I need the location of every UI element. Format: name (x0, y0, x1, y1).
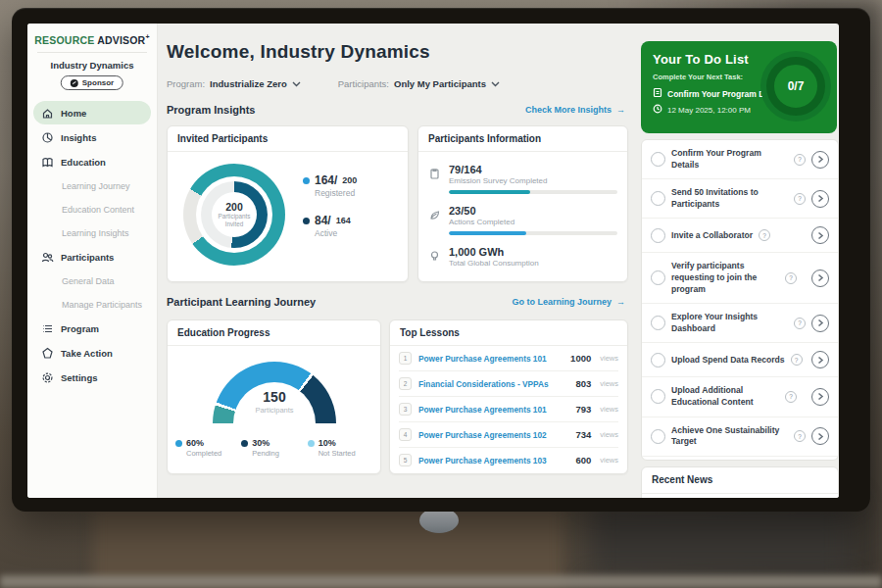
lesson-link[interactable]: Power Purchase Agreements 101 (418, 405, 568, 415)
chevron-right-button[interactable] (811, 270, 829, 287)
card-title: Invited Participants (168, 126, 408, 152)
page-title: Welcome, Industry Dynamics (167, 41, 430, 63)
lesson-views: 600 (575, 455, 591, 466)
participants-information-card: Participants Information 79/164 Emission… (417, 125, 628, 282)
task-checkbox[interactable] (651, 152, 665, 167)
stat-emission-survey: 79/164 Emission Survey Completed (428, 164, 617, 194)
stat-value: 79/164 (449, 164, 617, 175)
link-label: Check More Insights (525, 105, 612, 115)
sidebar-item-label: General Data (62, 276, 115, 286)
task-row: Send 50 Invitations to Participants ? (642, 179, 838, 219)
task-checkbox[interactable] (651, 270, 665, 285)
stat-actions: 23/50 Actions Completed (428, 205, 617, 235)
list-icon (41, 322, 54, 335)
sidebar-item-settings[interactable]: Settings (33, 366, 151, 389)
help-icon[interactable]: ? (791, 354, 803, 366)
lesson-link[interactable]: Power Purchase Agreements 102 (418, 430, 568, 440)
leaf-icon (428, 208, 441, 220)
task-row: Achieve One Sustainability Target ? (642, 417, 838, 457)
todo-tasks-card: Confirm Your Program Details ? Send 50 I… (641, 139, 839, 461)
participants-select[interactable]: Participants: Only My Participants (338, 78, 500, 89)
views-word: views (600, 354, 618, 363)
app-logo[interactable]: RESOURCE ADVISOR+ (27, 33, 157, 46)
program-insights-header: Program Insights Check More Insights → (167, 104, 625, 116)
help-icon[interactable]: ? (759, 229, 770, 241)
task-checkbox[interactable] (651, 429, 665, 444)
clock-icon (653, 104, 662, 116)
task-checkbox[interactable] (651, 389, 665, 404)
dashboard-screen: RESOURCE ADVISOR+ Industry Dynamics Spon… (27, 24, 839, 498)
sidebar-item-education-content[interactable]: Education Content (33, 198, 151, 220)
task-checkbox[interactable] (651, 353, 665, 368)
background-shape (588, 502, 853, 580)
legend-label: Pending (252, 449, 306, 458)
sidebar-item-insights[interactable]: Insights (33, 125, 151, 149)
task-checkbox[interactable] (651, 191, 665, 206)
logo-advisor: ADVISOR (97, 34, 145, 46)
lesson-link[interactable]: Financial Considerations - VPPAs (418, 379, 568, 389)
link-label: Go to Learning Journey (512, 297, 612, 307)
card-title: Participants Information (418, 126, 627, 152)
sidebar-item-program[interactable]: Program (33, 317, 151, 340)
sponsor-badge[interactable]: Sponsor (61, 75, 123, 90)
chevron-right-button[interactable] (811, 315, 829, 332)
sidebar-item-home[interactable]: Home (33, 101, 151, 124)
chevron-right-button[interactable] (811, 151, 829, 169)
task-checkbox[interactable] (651, 316, 665, 330)
section-title: Program Insights (167, 104, 255, 116)
card-title: Education Progress (168, 320, 380, 346)
sidebar-item-label: Education (61, 157, 106, 168)
gem-icon (41, 347, 54, 360)
sidebar-item-learning-journey[interactable]: Learning Journey (33, 174, 151, 197)
card-title: Recent News (642, 467, 838, 494)
sidebar-item-education[interactable]: Education (33, 150, 151, 173)
lesson-link[interactable]: Power Purchase Agreements 101 (418, 354, 564, 364)
education-progress-card: Education Progress 150 Participants 60% … (167, 319, 381, 474)
help-icon[interactable]: ? (794, 318, 806, 329)
sidebar-item-label: Participants (61, 252, 114, 263)
sidebar-item-learning-insights[interactable]: Learning Insights (33, 221, 151, 244)
program-select[interactable]: Program: Industrialize Zero (167, 78, 301, 89)
help-icon[interactable]: ? (785, 272, 797, 284)
lesson-row: 5 Power Purchase Agreements 103 600 view… (399, 448, 618, 472)
chevron-right-button[interactable] (811, 427, 829, 445)
lesson-link[interactable]: Power Purchase Agreements 103 (418, 456, 568, 466)
stat-label: Emission Survey Completed (449, 176, 617, 185)
todo-column: Your To Do List Complete Your Next Task:… (639, 24, 839, 498)
task-checkbox[interactable] (651, 228, 665, 243)
desktop-photo-scene: RESOURCE ADVISOR+ Industry Dynamics Spon… (0, 0, 882, 588)
help-icon[interactable]: ? (785, 391, 797, 403)
sidebar-item-take-action[interactable]: Take Action (33, 341, 151, 365)
legend-label: Registered (315, 188, 357, 198)
legend-dot (175, 440, 182, 447)
todo-progress-count: 0/7 (788, 79, 805, 93)
sidebar-item-general-data[interactable]: General Data (33, 270, 151, 292)
help-icon[interactable]: ? (794, 154, 806, 166)
legend-total: 200 (342, 175, 357, 185)
sidebar-item-label: Home (61, 108, 86, 119)
lesson-rank: 4 (399, 428, 412, 441)
todo-summary-card: Your To Do List Complete Your Next Task:… (641, 41, 837, 133)
stat-consumption: 1,000 GWh Total Global Consumption (428, 246, 617, 268)
chevron-right-button[interactable] (811, 190, 829, 208)
task-row: Upload Spend Data Records ? (642, 343, 838, 377)
sidebar-item-participants[interactable]: Participants (33, 245, 151, 269)
chevron-right-button[interactable] (811, 351, 829, 368)
sidebar-item-manage-participants[interactable]: Manage Participants (33, 293, 151, 316)
help-icon[interactable]: ? (794, 193, 806, 205)
stat-value: 23/50 (449, 205, 617, 217)
check-more-insights-link[interactable]: Check More Insights → (525, 105, 625, 115)
home-icon (41, 107, 54, 120)
lesson-row: 4 Power Purchase Agreements 102 734 view… (399, 422, 618, 448)
task-row: Explore Your Insights Dashboard ? (642, 304, 838, 343)
chevron-right-button[interactable] (811, 226, 829, 244)
help-icon[interactable]: ? (794, 430, 806, 442)
lesson-row: 1 Power Purchase Agreements 101 1000 vie… (399, 346, 618, 371)
sidebar-item-label: Insights (61, 132, 96, 143)
task-label: Send 50 Invitations to Participants (671, 187, 788, 210)
legend-label: Active (315, 228, 357, 238)
lesson-views: 803 (575, 378, 591, 389)
todo-subtitle: Complete Your Next Task: (653, 73, 743, 81)
chevron-right-button[interactable] (811, 388, 829, 406)
go-to-learning-journey-link[interactable]: Go to Learning Journey → (512, 297, 625, 307)
